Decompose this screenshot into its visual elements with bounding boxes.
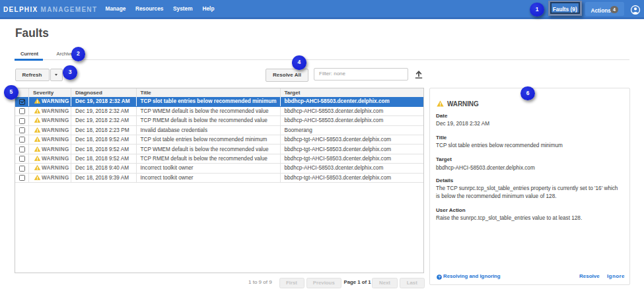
svg-text:?: ? <box>438 275 441 279</box>
